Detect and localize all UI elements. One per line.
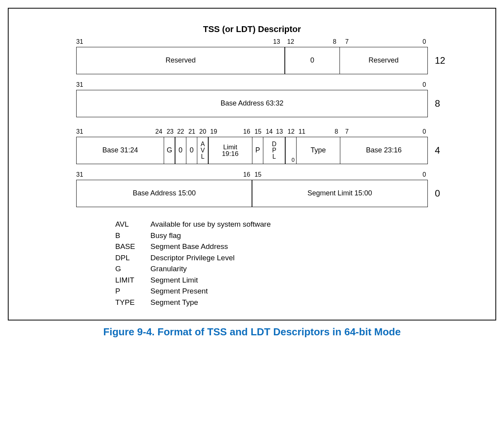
legend-row: DPL Descriptor Privilege Level bbox=[115, 252, 389, 264]
field-g: G bbox=[164, 137, 175, 164]
field-base-63-32: Base Address 63:32 bbox=[76, 90, 428, 117]
bitnum: 31 bbox=[76, 81, 83, 88]
dword-12-row: 31 13 12 8 7 0 Reserved 0 Reserved 12 bbox=[76, 38, 428, 74]
bitnum: 16 bbox=[243, 128, 250, 135]
legend-key: LIMIT bbox=[115, 275, 150, 286]
legend-row: LIMIT Segment Limit bbox=[115, 275, 389, 286]
avl-a: A bbox=[201, 141, 205, 147]
field-zero-12: 0 bbox=[285, 137, 297, 164]
limit-top: Limit bbox=[223, 144, 237, 150]
legend-desc: Descriptor Privilege Level bbox=[150, 252, 234, 264]
field-avl: A V L bbox=[197, 137, 209, 164]
dpl-l: L bbox=[272, 154, 276, 160]
legend-desc: Busy flag bbox=[150, 230, 181, 242]
bitnum: 0 bbox=[423, 171, 426, 178]
bit-numbers-8: 31 0 bbox=[76, 81, 428, 90]
zero-12-text: 0 bbox=[291, 157, 295, 163]
bitnum: 31 bbox=[76, 38, 83, 45]
legend-row: TYPE Segment Type bbox=[115, 297, 389, 308]
byte-offset-4: 4 bbox=[428, 145, 440, 156]
field-type: Type bbox=[296, 137, 341, 164]
avl-l: L bbox=[201, 154, 204, 160]
field-dpl: D P L bbox=[263, 137, 286, 164]
legend-key: AVL bbox=[115, 219, 150, 230]
dword-0-row: 31 16 15 0 Base Address 15:00 Segment Li… bbox=[76, 171, 428, 207]
bitnum: 31 bbox=[76, 171, 83, 178]
legend-desc: Segment Type bbox=[150, 297, 198, 308]
bitnum: 16 bbox=[243, 171, 250, 178]
field-reserved-hi: Reserved bbox=[76, 47, 285, 74]
dword-4-row: 31 24 23 22 21 20 19 16 15 14 13 12 11 8… bbox=[76, 128, 428, 164]
legend-key: B bbox=[115, 230, 150, 242]
legend-row: P Segment Present bbox=[115, 286, 389, 297]
field-limit-15-0: Segment Limit 15:00 bbox=[252, 180, 428, 207]
bitnum: 12 bbox=[288, 128, 295, 135]
bitnum: 15 bbox=[254, 171, 261, 178]
legend-desc: Available for use by system software bbox=[150, 219, 271, 230]
legend-key: TYPE bbox=[115, 297, 150, 308]
byte-offset-12: 12 bbox=[428, 55, 445, 66]
byte-offset-8: 8 bbox=[428, 98, 440, 109]
field-limit-19-16: Limit 19:16 bbox=[208, 137, 252, 164]
field-base-15-0: Base Address 15:00 bbox=[76, 180, 252, 207]
bitnum: 24 bbox=[155, 128, 163, 135]
field-zero-21: 0 bbox=[186, 137, 198, 164]
legend: AVL Available for use by system software… bbox=[115, 219, 389, 308]
bitnum: 12 bbox=[287, 38, 294, 45]
bitnum: 8 bbox=[335, 128, 338, 135]
dpl-d: D bbox=[272, 141, 277, 147]
legend-desc: Segment Limit bbox=[150, 275, 198, 286]
bitnum: 15 bbox=[254, 128, 261, 135]
bitnum: 19 bbox=[210, 128, 217, 135]
bitnum: 22 bbox=[177, 128, 184, 135]
legend-desc: Segment Base Address bbox=[150, 241, 228, 252]
bitnum: 14 bbox=[266, 128, 273, 135]
figure-box: TSS (or LDT) Descriptor 31 13 12 8 7 0 R… bbox=[8, 8, 496, 320]
field-base-31-24: Base 31:24 bbox=[76, 137, 164, 164]
bitnum: 8 bbox=[333, 38, 336, 45]
byte-offset-0: 0 bbox=[428, 188, 440, 199]
legend-row: G Granularity bbox=[115, 263, 389, 275]
legend-row: B Busy flag bbox=[115, 230, 389, 242]
field-reserved-lo: Reserved bbox=[340, 47, 428, 74]
legend-desc: Segment Present bbox=[150, 286, 208, 297]
avl-v: V bbox=[201, 147, 205, 154]
bit-numbers-4: 31 24 23 22 21 20 19 16 15 14 13 12 11 8… bbox=[76, 128, 428, 137]
bit-numbers-0: 31 16 15 0 bbox=[76, 171, 428, 180]
bitnum: 0 bbox=[423, 38, 426, 45]
bitnum: 0 bbox=[423, 81, 426, 88]
figure-caption: Figure 9-4. Format of TSS and LDT Descri… bbox=[8, 326, 496, 338]
legend-key: G bbox=[115, 263, 150, 275]
bitnum: 7 bbox=[345, 38, 349, 45]
field-base-23-16: Base 23:16 bbox=[340, 137, 428, 164]
legend-row: AVL Available for use by system software bbox=[115, 219, 389, 230]
bit-numbers-12: 31 13 12 8 7 0 bbox=[76, 38, 428, 47]
bitnum: 11 bbox=[298, 128, 306, 135]
bitnum: 23 bbox=[166, 128, 173, 135]
bitnum: 0 bbox=[423, 128, 426, 135]
diagram-title: TSS (or LDT) Descriptor bbox=[32, 24, 472, 34]
bitnum: 13 bbox=[273, 38, 280, 45]
legend-row: BASE Segment Base Address bbox=[115, 241, 389, 252]
field-p: P bbox=[252, 137, 264, 164]
bitnum: 20 bbox=[199, 128, 206, 135]
bitnum: 13 bbox=[276, 128, 283, 135]
legend-key: BASE bbox=[115, 241, 150, 252]
legend-desc: Granularity bbox=[150, 263, 187, 275]
bitnum: 21 bbox=[188, 128, 195, 135]
dpl-p: P bbox=[272, 147, 276, 154]
legend-key: DPL bbox=[115, 252, 150, 264]
limit-bot: 19:16 bbox=[222, 150, 239, 157]
dword-8-row: 31 0 Base Address 63:32 8 bbox=[76, 81, 428, 117]
field-zero: 0 bbox=[284, 47, 340, 74]
field-zero-22: 0 bbox=[175, 137, 186, 164]
legend-key: P bbox=[115, 286, 150, 297]
bitnum: 7 bbox=[345, 128, 349, 135]
bitnum: 31 bbox=[76, 128, 83, 135]
